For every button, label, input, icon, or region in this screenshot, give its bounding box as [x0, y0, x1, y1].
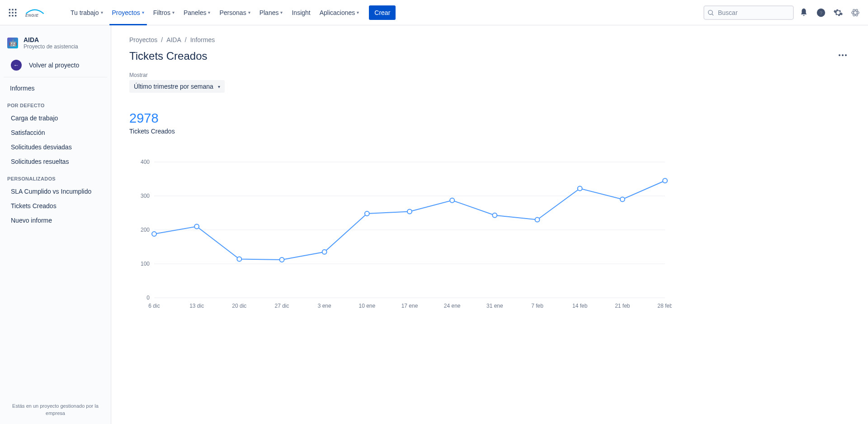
svg-rect-5	[15, 12, 16, 13]
period-select[interactable]: Último trimestre por semana ▾	[129, 80, 225, 93]
svg-text:27 dic: 27 dic	[274, 303, 289, 309]
svg-rect-8	[15, 15, 16, 16]
chevron-down-icon: ▾	[172, 10, 175, 15]
svg-point-44	[194, 224, 199, 229]
nav-projects[interactable]: Proyectos▾	[108, 0, 149, 25]
search-icon	[707, 9, 714, 18]
nav-apps[interactable]: Aplicaciones▾	[315, 0, 364, 25]
sidebar-item-new-report[interactable]: Nuevo informe	[4, 213, 107, 228]
nav-dashboards[interactable]: Paneles▾	[179, 0, 215, 25]
svg-rect-1	[12, 9, 13, 10]
svg-point-18	[842, 54, 844, 56]
sidebar-item-tickets-created[interactable]: Tickets Creados	[4, 199, 107, 213]
chevron-down-icon: ▾	[208, 10, 210, 15]
app-switcher-icon[interactable]	[5, 5, 20, 20]
svg-text:17 ene: 17 ene	[401, 303, 418, 309]
svg-text:?: ?	[820, 10, 823, 15]
nav-your-work[interactable]: Tu trabajo▾	[66, 0, 108, 25]
svg-rect-0	[9, 9, 10, 10]
svg-rect-3	[9, 12, 10, 13]
filter-label: Mostrar	[129, 72, 850, 78]
svg-point-45	[237, 257, 241, 262]
svg-text:0: 0	[146, 295, 150, 301]
sidebar-section-default: POR DEFECTO	[0, 95, 111, 111]
more-actions-icon[interactable]	[835, 48, 850, 64]
breadcrumb-project[interactable]: AIDA	[166, 36, 181, 43]
project-type: Proyecto de asistencia	[24, 43, 78, 50]
svg-rect-4	[12, 12, 13, 13]
svg-line-11	[712, 14, 713, 15]
svg-text:300: 300	[141, 193, 150, 199]
sidebar-item-sla[interactable]: SLA Cumplido vs Incumplido	[4, 184, 107, 199]
search-input[interactable]	[703, 5, 794, 20]
nav-insight[interactable]: Insight	[287, 0, 315, 25]
nav-filters[interactable]: Filtros▾	[149, 0, 179, 25]
svg-rect-6	[9, 15, 10, 16]
svg-point-52	[535, 218, 540, 222]
breadcrumb-projects[interactable]: Proyectos	[129, 36, 157, 43]
svg-point-46	[280, 257, 284, 262]
notifications-icon[interactable]	[797, 5, 811, 20]
svg-text:7 feb: 7 feb	[531, 303, 543, 309]
svg-text:13 dic: 13 dic	[189, 303, 204, 309]
svg-point-54	[620, 197, 625, 202]
svg-text:200: 200	[141, 227, 150, 233]
back-arrow-icon: ←	[11, 60, 22, 71]
project-header: 🤖 AIDA Proyecto de asistencia	[0, 25, 111, 55]
presence-icon[interactable]	[848, 5, 863, 20]
help-icon[interactable]: ?	[814, 5, 828, 20]
svg-point-53	[578, 186, 582, 191]
back-to-project[interactable]: ← Volver al proyecto	[4, 55, 107, 77]
nav-plans[interactable]: Planes▾	[255, 0, 288, 25]
nav-items: Tu trabajo▾ Proyectos▾ Filtros▾ Paneles▾…	[66, 0, 396, 25]
sidebar: 🤖 AIDA Proyecto de asistencia ← Volver a…	[0, 25, 111, 424]
svg-text:6 dic: 6 dic	[148, 303, 160, 309]
svg-point-48	[365, 211, 369, 216]
period-value: Último trimestre por semana	[134, 83, 213, 90]
page-title: Tickets Creados	[129, 50, 208, 62]
svg-text:3 ene: 3 ene	[318, 303, 331, 309]
svg-rect-7	[12, 15, 13, 16]
breadcrumb-reports[interactable]: Informes	[190, 36, 215, 43]
svg-point-47	[322, 250, 327, 254]
settings-icon[interactable]	[831, 5, 845, 20]
nav-people[interactable]: Personas▾	[215, 0, 255, 25]
metric-label: Tickets Creados	[129, 128, 850, 135]
sidebar-item-satisfaction[interactable]: Satisfacción	[4, 125, 107, 140]
sidebar-item-workload[interactable]: Carga de trabajo	[4, 111, 107, 125]
breadcrumb-sep: /	[185, 36, 187, 43]
breadcrumb: Proyectos / AIDA / Informes	[129, 36, 850, 43]
svg-rect-2	[15, 9, 16, 10]
svg-text:14 feb: 14 feb	[572, 303, 588, 309]
svg-point-49	[407, 210, 412, 214]
svg-point-51	[492, 213, 497, 218]
svg-point-19	[845, 54, 847, 56]
create-button[interactable]: Crear	[369, 5, 396, 20]
sidebar-reports-heading[interactable]: Informes	[4, 81, 107, 95]
line-chart: 01002003004006 dic13 dic20 dic27 dic3 en…	[129, 157, 672, 311]
svg-text:ENGIE: ENGIE	[25, 13, 39, 18]
main-content: Proyectos / AIDA / Informes Tickets Crea…	[111, 25, 868, 424]
sidebar-footer: Estás en un proyecto gestionado por la e…	[0, 397, 111, 424]
chevron-down-icon: ▾	[280, 10, 283, 15]
svg-text:100: 100	[141, 261, 150, 267]
svg-text:28 feb: 28 feb	[657, 303, 672, 309]
back-label: Volver al proyecto	[29, 62, 79, 69]
svg-point-50	[450, 198, 454, 203]
search-wrap	[703, 5, 794, 20]
metric-value: 2978	[129, 111, 850, 126]
svg-text:31 ene: 31 ene	[486, 303, 503, 309]
svg-text:24 ene: 24 ene	[444, 303, 461, 309]
svg-point-10	[708, 10, 712, 14]
sidebar-item-resolved[interactable]: Solicitudes resueltas	[4, 154, 107, 169]
top-nav: ENGIE Tu trabajo▾ Proyectos▾ Filtros▾ Pa…	[0, 0, 868, 25]
chevron-down-icon: ▾	[357, 10, 359, 15]
logo[interactable]: ENGIE	[22, 7, 61, 18]
chart: 01002003004006 dic13 dic20 dic27 dic3 en…	[129, 157, 850, 313]
sidebar-item-deflected[interactable]: Solicitudes desviadas	[4, 140, 107, 154]
chevron-down-icon: ▾	[218, 84, 220, 89]
project-avatar: 🤖	[7, 38, 18, 48]
sidebar-section-custom: PERSONALIZADOS	[0, 169, 111, 184]
chevron-down-icon: ▾	[142, 10, 144, 15]
chevron-down-icon: ▾	[101, 10, 103, 15]
